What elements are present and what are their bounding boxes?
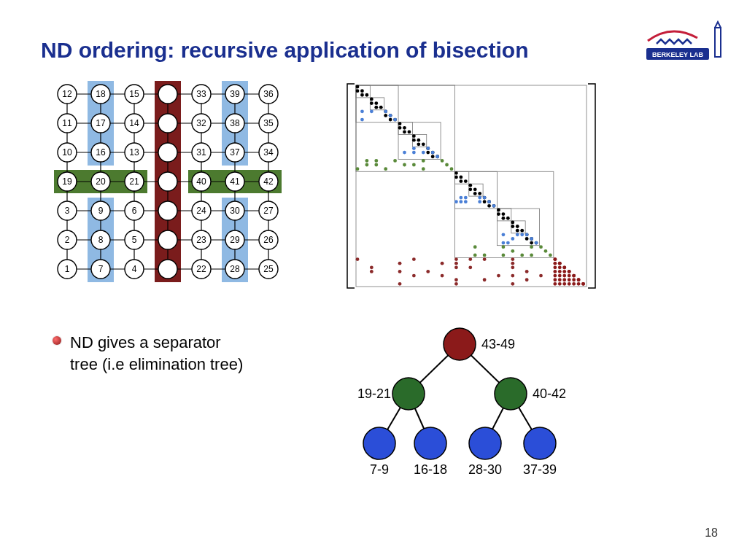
svg-point-250	[478, 192, 481, 195]
svg-point-278	[403, 151, 406, 155]
svg-point-230	[408, 131, 411, 134]
svg-point-295	[516, 233, 519, 236]
svg-point-319	[502, 245, 506, 249]
separator-tree-figure: 43-4919-2140-427-916-1828-3037-39	[321, 321, 598, 481]
svg-point-386	[553, 282, 557, 286]
svg-point-348	[398, 270, 402, 273]
svg-text:17: 17	[96, 118, 106, 128]
svg-point-249	[473, 192, 477, 195]
svg-text:19: 19	[62, 176, 72, 187]
svg-point-333	[468, 257, 472, 261]
svg-point-313	[450, 167, 454, 171]
svg-point-376	[558, 274, 562, 278]
svg-point-259	[502, 217, 506, 220]
svg-text:49: 49	[163, 89, 173, 99]
svg-text:32: 32	[196, 118, 206, 128]
svg-text:28: 28	[230, 264, 240, 274]
svg-point-245	[464, 179, 468, 183]
svg-point-359	[483, 278, 487, 281]
svg-point-215	[365, 93, 368, 97]
page-number: 18	[705, 526, 718, 540]
svg-point-402	[363, 427, 395, 459]
svg-point-358	[454, 278, 458, 281]
svg-point-387	[558, 282, 562, 286]
svg-text:28-30: 28-30	[468, 462, 502, 477]
svg-point-222	[384, 114, 387, 117]
svg-point-356	[539, 274, 543, 278]
svg-point-403	[414, 427, 446, 459]
svg-point-242	[454, 176, 458, 179]
svg-point-338	[441, 262, 444, 265]
svg-point-276	[393, 118, 397, 122]
svg-text:48: 48	[163, 118, 173, 128]
svg-point-339	[454, 262, 458, 265]
svg-point-392	[581, 282, 585, 286]
sparsity-matrix-figure	[340, 77, 603, 295]
svg-point-284	[459, 196, 462, 200]
svg-point-385	[577, 278, 581, 281]
svg-point-363	[454, 282, 458, 286]
svg-point-220	[379, 106, 383, 109]
svg-point-320	[530, 245, 533, 249]
svg-point-401	[495, 378, 527, 410]
svg-point-248	[473, 187, 477, 191]
bullet-item: ND gives a separator tree (i.e eliminati…	[53, 332, 293, 375]
svg-point-373	[562, 270, 566, 273]
svg-point-264	[516, 229, 519, 233]
svg-point-375	[553, 274, 557, 278]
svg-point-343	[454, 265, 458, 269]
svg-point-381	[558, 278, 562, 281]
svg-point-315	[384, 167, 387, 171]
svg-point-232	[412, 139, 416, 142]
svg-point-399	[444, 328, 476, 360]
svg-text:11: 11	[62, 118, 72, 128]
svg-point-254	[487, 204, 491, 208]
svg-point-260	[506, 217, 510, 220]
svg-point-228	[403, 126, 406, 130]
svg-text:27: 27	[263, 206, 274, 216]
svg-text:33: 33	[196, 89, 206, 99]
svg-point-355	[511, 274, 514, 278]
svg-point-262	[511, 225, 514, 228]
svg-point-350	[525, 270, 529, 273]
svg-point-280	[422, 151, 425, 155]
svg-point-214	[360, 93, 364, 97]
svg-text:25: 25	[263, 264, 274, 274]
svg-point-226	[398, 122, 402, 125]
svg-text:5: 5	[132, 235, 137, 245]
svg-point-312	[412, 163, 416, 167]
svg-point-298	[502, 241, 506, 245]
svg-point-217	[370, 101, 374, 105]
svg-point-267	[525, 237, 529, 241]
bullet-text: ND gives a separator tree (i.e eliminati…	[70, 332, 243, 375]
svg-point-252	[483, 200, 487, 203]
svg-point-231	[412, 134, 416, 138]
svg-text:38: 38	[230, 118, 240, 128]
svg-text:44: 44	[163, 235, 173, 245]
svg-point-257	[497, 212, 500, 216]
svg-point-372	[558, 270, 562, 273]
svg-point-366	[553, 262, 557, 265]
svg-point-269	[530, 241, 533, 245]
svg-point-362	[398, 282, 402, 286]
svg-point-331	[412, 257, 416, 261]
svg-point-354	[497, 274, 500, 278]
svg-point-303	[441, 159, 444, 163]
svg-point-271	[360, 109, 364, 113]
svg-point-292	[487, 200, 491, 203]
svg-text:36: 36	[263, 89, 274, 99]
svg-point-281	[426, 147, 430, 150]
svg-point-261	[511, 220, 514, 224]
svg-point-275	[389, 114, 392, 117]
svg-text:16-18: 16-18	[414, 462, 447, 477]
svg-point-302	[535, 241, 538, 245]
svg-text:47: 47	[163, 147, 173, 158]
svg-text:43-49: 43-49	[481, 337, 515, 351]
svg-point-371	[553, 270, 557, 273]
svg-point-258	[502, 212, 506, 216]
svg-text:10: 10	[62, 147, 72, 158]
svg-point-273	[360, 118, 364, 122]
svg-point-233	[417, 139, 420, 142]
svg-point-380	[553, 278, 557, 281]
svg-text:41: 41	[230, 176, 240, 187]
